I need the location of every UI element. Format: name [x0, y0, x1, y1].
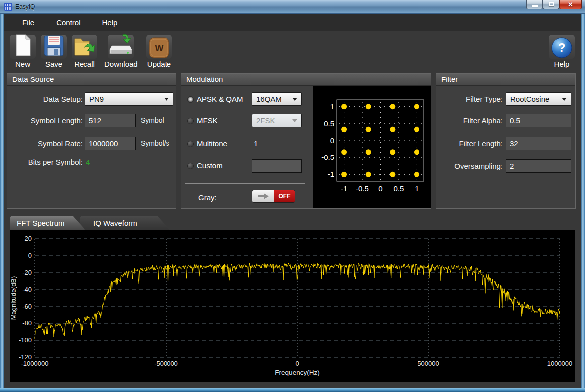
- svg-text:1: 1: [330, 102, 334, 111]
- maximize-icon: [549, 2, 554, 6]
- svg-text:0: 0: [378, 184, 382, 193]
- gray-label: Gray:: [198, 193, 217, 202]
- mfsk-radio[interactable]: [187, 118, 194, 124]
- divider: [185, 183, 305, 184]
- constellation-plot: -1-0.500.5110.50-0.5-1: [313, 86, 431, 208]
- chevron-down-icon: [164, 98, 169, 101]
- chevron-down-icon: [562, 98, 567, 101]
- filter-alpha-input[interactable]: [506, 114, 571, 127]
- svg-text:1: 1: [415, 184, 418, 193]
- window-frame-right: [581, 14, 585, 392]
- mfsk-dropdown[interactable]: 2FSK: [252, 114, 302, 127]
- data-setup-label: Data Setup:: [10, 92, 83, 106]
- mfsk-label: MFSK: [197, 116, 218, 125]
- new-document-icon: [13, 34, 32, 59]
- app-window: EasyIQ ✕ File Control Help New Save: [0, 0, 585, 392]
- recall-folder-icon: [73, 35, 96, 59]
- chevron-down-icon: [292, 119, 297, 122]
- save-button[interactable]: Save: [41, 35, 67, 68]
- filter-panel: Filter Filter Type: RootCosine Filter Al…: [436, 73, 576, 209]
- window-frame-bottom: [0, 388, 585, 392]
- multitone-value: 1: [254, 139, 258, 148]
- download-drive-icon: [108, 34, 134, 59]
- svg-text:500000: 500000: [418, 360, 439, 367]
- svg-text:-1000000: -1000000: [21, 360, 49, 367]
- svg-text:0.5: 0.5: [394, 184, 404, 193]
- filter-title: Filter: [436, 74, 575, 86]
- filter-alpha-label: Filter Alpha:: [437, 114, 502, 127]
- filter-type-label: Filter Type:: [437, 92, 502, 106]
- symbol-length-label: Symbol Length:: [10, 114, 83, 127]
- multitone-label: Multitone: [197, 139, 227, 148]
- multitone-radio[interactable]: [187, 141, 194, 147]
- svg-text:-1: -1: [341, 184, 347, 193]
- svg-text:0: 0: [28, 252, 32, 259]
- toggle-arrow-icon: [252, 190, 274, 202]
- svg-text:-80: -80: [22, 319, 32, 327]
- svg-text:1000000: 1000000: [547, 360, 573, 367]
- tab-iq-waveform[interactable]: IQ Waveform: [80, 216, 170, 230]
- svg-text:0: 0: [295, 360, 299, 367]
- close-icon: ✕: [568, 1, 573, 8]
- menu-help[interactable]: Help: [91, 15, 129, 30]
- tab-fft-spectrum[interactable]: FFT Spectrum: [10, 216, 85, 230]
- svg-text:-100: -100: [19, 336, 32, 344]
- new-button[interactable]: New: [10, 35, 36, 68]
- custom-radio[interactable]: [187, 163, 194, 169]
- svg-text:-60: -60: [22, 303, 32, 310]
- svg-text:0: 0: [330, 136, 334, 145]
- menu-file[interactable]: File: [11, 15, 45, 30]
- svg-text:-0.5: -0.5: [356, 184, 369, 193]
- recall-button[interactable]: Recall: [72, 35, 97, 68]
- menu-control[interactable]: Control: [45, 15, 91, 30]
- gray-toggle[interactable]: OFF: [252, 190, 295, 203]
- custom-input[interactable]: [252, 159, 302, 173]
- window-title: EasyIQ: [15, 3, 35, 10]
- svg-text:-1: -1: [328, 170, 334, 178]
- close-button[interactable]: ✕: [559, 0, 582, 9]
- minimize-button[interactable]: [526, 0, 543, 9]
- toolbar: New Save Recall Download W Update: [4, 32, 581, 73]
- svg-text:?: ?: [558, 41, 566, 54]
- apsk-qam-dropdown[interactable]: 16QAM: [252, 92, 302, 106]
- modulation-title: Modulation: [181, 74, 431, 86]
- help-button[interactable]: ? Help: [549, 35, 575, 68]
- chevron-down-icon: [292, 98, 297, 101]
- apsk-qam-radio[interactable]: [187, 96, 194, 103]
- window-frame-left: [0, 14, 4, 392]
- symbol-length-unit: Symbol: [141, 114, 164, 127]
- svg-text:Magnitude(dB): Magnitude(dB): [10, 276, 17, 320]
- symbol-rate-input[interactable]: [85, 137, 136, 150]
- symbol-length-input[interactable]: [85, 114, 136, 127]
- data-source-title: Data Source: [7, 74, 176, 86]
- gray-state: OFF: [274, 190, 295, 202]
- data-setup-dropdown[interactable]: PN9: [85, 92, 173, 106]
- filter-type-dropdown[interactable]: RootCosine: [506, 92, 571, 106]
- svg-text:-500000: -500000: [154, 360, 178, 367]
- svg-text:-20: -20: [22, 269, 32, 276]
- help-question-icon: ?: [551, 37, 573, 59]
- symbol-rate-unit: Symbol/s: [141, 137, 169, 150]
- modulation-panel: Modulation APSK & QAM 16QAM MFSK 2FSK Mu…: [181, 73, 431, 209]
- app-icon: [4, 3, 12, 11]
- divider: [309, 89, 309, 203]
- data-source-panel: Data Source Data Setup: PN9 Symbol Lengt…: [7, 73, 176, 209]
- svg-text:20: 20: [25, 235, 32, 242]
- filter-length-input[interactable]: [506, 137, 571, 150]
- svg-text:-0.5: -0.5: [321, 153, 334, 161]
- bits-per-symbol-value: 4: [86, 156, 96, 169]
- save-floppy-icon: [43, 35, 64, 59]
- svg-text:-40: -40: [22, 286, 32, 293]
- oversampling-input[interactable]: [506, 159, 571, 173]
- download-button[interactable]: Download: [104, 35, 138, 68]
- update-wood-icon: W: [148, 37, 170, 59]
- filter-length-label: Filter Length:: [437, 137, 502, 150]
- maximize-button[interactable]: [543, 0, 559, 9]
- bits-per-symbol-label: Bits per Symbol:: [10, 156, 83, 169]
- symbol-rate-label: Symbol Rate:: [10, 137, 83, 150]
- minimize-icon: [532, 5, 538, 7]
- apsk-qam-label: APSK & QAM: [197, 95, 243, 103]
- menu-bar: File Control Help: [4, 14, 581, 31]
- fft-spectrum-plot: 200-20-40-60-80-100-120-1000000-50000005…: [10, 230, 575, 382]
- update-button[interactable]: W Update: [146, 35, 172, 68]
